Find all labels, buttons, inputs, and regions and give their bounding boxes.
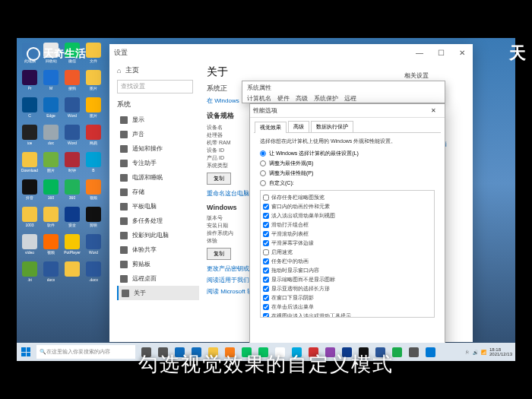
desktop-icon[interactable] bbox=[62, 261, 82, 287]
nav-item[interactable]: 声音 bbox=[117, 127, 199, 141]
desktop-icon[interactable]: 360 bbox=[62, 179, 82, 205]
nav-icon bbox=[120, 145, 128, 153]
desktop: 此电脑回收站微信文件PrM搜狗图片CEdgeWord图片toedocWord网易… bbox=[17, 38, 515, 361]
desktop-icon[interactable]: docx bbox=[41, 261, 61, 287]
desktop-icon[interactable]: 网易 bbox=[84, 125, 103, 150]
maximize-button[interactable]: ☐ bbox=[430, 44, 451, 61]
category-head: 系统 bbox=[117, 100, 199, 109]
desktop-icon[interactable]: toe bbox=[20, 125, 40, 150]
desktop-icon[interactable]: 搜狗 bbox=[62, 70, 82, 96]
desktop-icon[interactable]: 图片 bbox=[84, 70, 103, 96]
perf-radio[interactable]: 自定义(C): bbox=[260, 179, 435, 187]
visual-effect-checkbox[interactable]: 淡入淡出或滑动菜单到视图 bbox=[263, 211, 432, 220]
visual-effect-checkbox[interactable]: 窗口内的动画控件和元素 bbox=[263, 202, 432, 211]
settings-titlebar: 设置 — ☐ ✕ bbox=[109, 44, 473, 61]
nav-icon bbox=[120, 160, 128, 167]
visual-effect-checkbox[interactable]: 启用速览 bbox=[263, 248, 432, 257]
visual-effect-checkbox[interactable]: 在单击后淡出菜单 bbox=[263, 302, 432, 312]
perf-radio[interactable]: 调整为最佳外观(B) bbox=[260, 160, 435, 167]
perf-radio[interactable]: 调整为最佳性能(P) bbox=[260, 169, 435, 177]
desktop-icon[interactable]: Pr bbox=[20, 70, 40, 96]
nav-item[interactable]: 关于 bbox=[117, 286, 199, 300]
sysprops-tab[interactable]: 计算机名 bbox=[247, 94, 271, 103]
visual-effect-checkbox[interactable]: 任务栏中的动画 bbox=[263, 257, 432, 266]
nav-icon bbox=[120, 232, 128, 239]
visual-effect-checkbox[interactable]: 显示亚透明的选择长方形 bbox=[263, 284, 432, 293]
copy-device-button[interactable]: 复制 bbox=[207, 173, 231, 185]
sysprops-title: 系统属性 bbox=[247, 84, 440, 92]
perf-close-button[interactable]: ✕ bbox=[425, 107, 442, 114]
desktop-icon[interactable]: M bbox=[41, 70, 61, 96]
desktop-icon[interactable]: 图片 bbox=[41, 152, 61, 178]
desktop-icon[interactable]: 视频 bbox=[84, 179, 103, 205]
desktop-icon[interactable]: 文件 bbox=[84, 43, 103, 68]
desktop-icon[interactable]: 安全 bbox=[62, 207, 82, 233]
visual-effect-checkbox[interactable]: 显示缩略图而不是显示图标 bbox=[263, 275, 432, 284]
desktop-icon[interactable]: 视频 bbox=[41, 234, 61, 260]
desktop-icon[interactable]: 160 bbox=[41, 179, 61, 205]
nav-icon bbox=[120, 246, 128, 254]
desktop-icon[interactable]: Download bbox=[20, 152, 40, 178]
nav-item[interactable]: 通知和操作 bbox=[117, 141, 199, 156]
system-properties-window: 系统属性 计算机名硬件高级系统保护远程 bbox=[242, 81, 445, 103]
settings-search-input[interactable]: 查找设置 bbox=[117, 80, 193, 93]
nav-item[interactable]: 多任务处理 bbox=[117, 214, 199, 228]
nav-item[interactable]: 投影到此电脑 bbox=[117, 228, 199, 242]
desktop-icon[interactable]: doc bbox=[41, 125, 61, 150]
visual-effect-checkbox[interactable]: 保存任务栏缩略图预览 bbox=[263, 193, 432, 202]
perf-tab[interactable]: 数据执行保护 bbox=[311, 121, 353, 132]
settings-sidebar: ⌂ 主页 查找设置 系统 显示声音通知和操作专注助手电源和睡眠存储平板电脑多任务… bbox=[109, 61, 199, 342]
desktop-icon[interactable]: Word bbox=[62, 125, 82, 150]
desktop-icon[interactable]: 软件 bbox=[41, 207, 61, 233]
desktop-icon[interactable]: .docx bbox=[84, 261, 103, 287]
close-button[interactable]: ✕ bbox=[451, 44, 473, 61]
copy-windows-button[interactable]: 复制 bbox=[207, 248, 231, 260]
desktop-icon[interactable]: 1003 bbox=[20, 207, 40, 233]
desktop-icon[interactable]: B bbox=[84, 152, 103, 178]
sysprops-tab[interactable]: 远程 bbox=[344, 94, 356, 103]
desktop-icon[interactable]: C bbox=[20, 97, 40, 123]
desktop-icon[interactable]: .bt bbox=[20, 261, 40, 287]
nav-item[interactable]: 体验共享 bbox=[117, 242, 199, 257]
sysprops-tab[interactable]: 硬件 bbox=[277, 94, 290, 103]
nav-icon bbox=[120, 261, 128, 268]
desktop-icon[interactable]: 图片 bbox=[84, 97, 103, 123]
visual-effect-checkbox[interactable]: 滑动打开组合框 bbox=[263, 220, 432, 230]
visual-effect-checkbox[interactable]: 平滑滚动列表框 bbox=[263, 230, 432, 239]
nav-icon bbox=[120, 131, 128, 138]
perf-tab[interactable]: 视觉效果 bbox=[255, 122, 287, 133]
sysprops-tab[interactable]: 高级 bbox=[296, 94, 308, 103]
visual-effect-checkbox[interactable]: 在视图中淡入淡出或滑动工具提示 bbox=[263, 312, 432, 318]
minimize-button[interactable]: — bbox=[409, 44, 430, 61]
nav-item[interactable]: 远程桌面 bbox=[117, 271, 199, 286]
visual-effects-checklist[interactable]: 保存任务栏缩略图预览窗口内的动画控件和元素淡入淡出或滑动菜单到视图滑动打开组合框… bbox=[260, 190, 435, 318]
nav-icon bbox=[120, 203, 128, 211]
nav-item[interactable]: 显示 bbox=[117, 112, 199, 127]
letterbox-top bbox=[0, 0, 532, 38]
visual-effect-checkbox[interactable]: 在窗口下显示阴影 bbox=[263, 293, 432, 302]
desktop-icon[interactable]: Edge bbox=[41, 97, 61, 123]
home-link[interactable]: ⌂ 主页 bbox=[117, 65, 199, 75]
nav-icon bbox=[122, 290, 129, 297]
settings-title: 设置 bbox=[114, 48, 128, 58]
nav-item[interactable]: 专注助手 bbox=[117, 156, 199, 170]
nav-item[interactable]: 电源和睡眠 bbox=[117, 170, 199, 185]
desktop-icon[interactable]: PotPlayer bbox=[62, 234, 82, 260]
perf-radio[interactable]: 让 Windows 选择计算机的最佳设置(L) bbox=[260, 150, 435, 157]
nav-item[interactable]: 平板电脑 bbox=[117, 199, 199, 214]
desktop-icon[interactable]: video bbox=[20, 234, 40, 260]
desktop-icon[interactable]: 时钟 bbox=[62, 152, 82, 178]
desktop-icon[interactable]: 剪映 bbox=[84, 207, 103, 233]
visual-effect-checkbox[interactable]: 拖动时显示窗口内容 bbox=[263, 266, 432, 275]
desktop-icon[interactable]: 抖音 bbox=[20, 179, 40, 205]
nav-item[interactable]: 存储 bbox=[117, 185, 199, 199]
sysprops-tab[interactable]: 系统保护 bbox=[314, 94, 338, 103]
desktop-icon[interactable]: Word bbox=[62, 97, 82, 123]
perf-tab[interactable]: 高级 bbox=[288, 121, 309, 132]
desktop-icon[interactable]: Word bbox=[84, 234, 103, 260]
visual-effect-checkbox[interactable]: 平滑屏幕字体边缘 bbox=[263, 239, 432, 248]
nav-icon bbox=[120, 275, 128, 283]
nav-item[interactable]: 剪贴板 bbox=[117, 257, 199, 271]
watermark-left: 天奇生活 bbox=[27, 47, 86, 61]
desktop-icons-grid: 此电脑回收站微信文件PrM搜狗图片CEdgeWord图片toedocWord网易… bbox=[20, 43, 103, 287]
